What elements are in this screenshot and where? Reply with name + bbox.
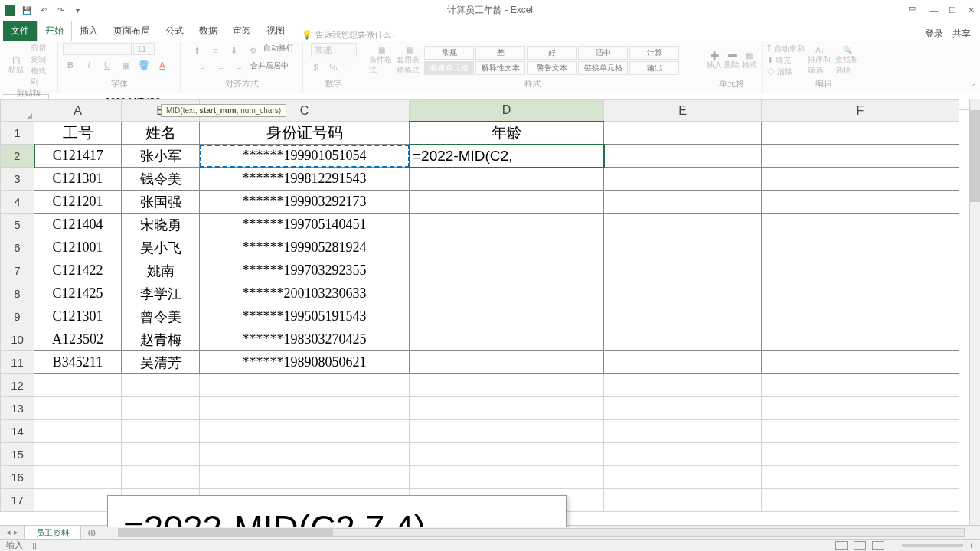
cell-A16[interactable]: [34, 466, 122, 489]
cell-F4[interactable]: [762, 191, 959, 214]
cell-F11[interactable]: [762, 351, 959, 374]
style-good[interactable]: 好: [527, 46, 577, 60]
cell-A9[interactable]: C121301: [34, 305, 122, 328]
tab-nav-prev-icon[interactable]: ◂: [6, 527, 11, 537]
cell-F9[interactable]: [762, 305, 959, 328]
tab-home[interactable]: 开始: [37, 21, 72, 41]
style-bad[interactable]: 差: [475, 46, 525, 60]
cell-F17[interactable]: [762, 489, 959, 512]
view-break-icon[interactable]: [872, 541, 884, 550]
cell-B16[interactable]: [122, 466, 200, 489]
sheet-tab-active[interactable]: 员工资料: [24, 525, 81, 540]
fill-button[interactable]: ⬇ 填充: [767, 55, 805, 66]
qat-customize-icon[interactable]: ▾: [72, 5, 83, 16]
table-format-button[interactable]: ▦套用表格格式: [397, 45, 421, 76]
italic-button[interactable]: I: [81, 57, 96, 73]
cell-D16[interactable]: [410, 466, 604, 489]
align-center-icon[interactable]: ≡: [214, 60, 229, 76]
cell-F16[interactable]: [762, 466, 959, 489]
cell-D6[interactable]: [410, 236, 604, 259]
cell-D8[interactable]: [410, 282, 604, 305]
cell-F6[interactable]: [762, 236, 959, 259]
paste-button[interactable]: 📋粘贴: [5, 50, 28, 80]
cell-A11[interactable]: B345211: [34, 351, 122, 374]
merge-button[interactable]: 合并后居中: [250, 60, 289, 76]
share-link[interactable]: 共享: [952, 28, 971, 41]
cell-D11[interactable]: [410, 351, 604, 374]
cell-A8[interactable]: C121425: [34, 282, 122, 305]
tab-view[interactable]: 视图: [259, 21, 292, 41]
comma-icon[interactable]: ,: [344, 60, 359, 75]
cell-D4[interactable]: [410, 191, 604, 214]
cell-F15[interactable]: [762, 443, 959, 466]
cell-E17[interactable]: [604, 489, 762, 512]
new-sheet-button[interactable]: ⊕: [81, 527, 103, 539]
style-check[interactable]: 检查单元格: [424, 61, 474, 75]
border-button[interactable]: ▦: [118, 57, 133, 73]
row-header-12[interactable]: 12: [1, 374, 34, 397]
autosum-button[interactable]: Σ 自动求和: [767, 44, 805, 54]
align-left-icon[interactable]: ≡: [195, 60, 211, 76]
col-header-D[interactable]: D: [410, 100, 604, 122]
cell-B1[interactable]: 姓名: [122, 122, 200, 145]
cell-C16[interactable]: [200, 466, 410, 489]
style-calc[interactable]: 计算: [629, 46, 679, 60]
bold-button[interactable]: B: [63, 57, 78, 73]
cell-F1[interactable]: [762, 122, 959, 145]
cell-E1[interactable]: [604, 122, 762, 145]
cell-D3[interactable]: [410, 168, 604, 191]
zoom-out-icon[interactable]: −: [890, 541, 895, 550]
style-normal[interactable]: 常规: [424, 46, 474, 60]
cell-A6[interactable]: C121001: [34, 236, 122, 259]
tab-nav-next-icon[interactable]: ▸: [14, 527, 18, 537]
cell-C14[interactable]: [200, 420, 410, 443]
cell-D10[interactable]: [410, 328, 604, 351]
cell-D2[interactable]: =2022-MID(C2,: [410, 145, 604, 168]
view-layout-icon[interactable]: [854, 541, 866, 550]
sort-filter-button[interactable]: A↓排序和筛选: [808, 45, 832, 76]
cell-C4[interactable]: ******199903292173: [200, 191, 410, 214]
zoom-in-icon[interactable]: +: [969, 541, 974, 550]
row-header-2[interactable]: 2: [1, 145, 34, 168]
cell-C1[interactable]: 身份证号码: [200, 122, 410, 145]
close-button[interactable]: ✕: [962, 3, 980, 18]
ribbon-options-icon[interactable]: ▭: [908, 3, 922, 17]
row-header-10[interactable]: 10: [1, 328, 34, 351]
cell-F3[interactable]: [762, 168, 959, 191]
font-name-select[interactable]: [63, 43, 132, 55]
cell-A2[interactable]: C121417: [34, 145, 122, 168]
cell-F14[interactable]: [762, 420, 959, 443]
cell-A12[interactable]: [34, 374, 122, 397]
cell-D9[interactable]: [410, 305, 604, 328]
cell-A3[interactable]: C121301: [34, 168, 122, 191]
align-bot-icon[interactable]: ⬇: [227, 43, 242, 58]
cell-B14[interactable]: [122, 420, 200, 443]
cell-B13[interactable]: [122, 397, 200, 420]
cell-D12[interactable]: [410, 374, 604, 397]
cell-E15[interactable]: [604, 443, 762, 466]
tab-file[interactable]: 文件: [3, 21, 37, 41]
col-header-E[interactable]: E: [604, 100, 762, 122]
row-header-9[interactable]: 9: [1, 305, 34, 328]
cell-E10[interactable]: [604, 328, 762, 351]
cell-C15[interactable]: [200, 443, 410, 466]
fill-color-button[interactable]: 🪣: [136, 57, 152, 73]
qat-save-icon[interactable]: 💾: [21, 5, 32, 16]
cell-F7[interactable]: [762, 259, 959, 282]
cell-E13[interactable]: [604, 397, 762, 420]
cell-A4[interactable]: C121201: [34, 191, 122, 214]
row-header-13[interactable]: 13: [1, 397, 34, 420]
currency-icon[interactable]: $: [309, 60, 324, 75]
cell-B5[interactable]: 宋晓勇: [122, 214, 200, 236]
cell-E11[interactable]: [604, 351, 762, 374]
cell-C10[interactable]: ******198303270425: [200, 328, 410, 351]
cell-D13[interactable]: [410, 397, 604, 420]
align-right-icon[interactable]: ≡: [232, 60, 247, 76]
cell-F5[interactable]: [762, 214, 959, 236]
conditional-format-button[interactable]: ▦条件格式: [369, 45, 394, 76]
tab-page-layout[interactable]: 页面布局: [106, 21, 158, 41]
cell-D5[interactable]: [410, 214, 604, 236]
maximize-button[interactable]: ☐: [943, 3, 962, 18]
col-header-F[interactable]: F: [762, 100, 959, 122]
style-neutral[interactable]: 适中: [578, 46, 628, 60]
